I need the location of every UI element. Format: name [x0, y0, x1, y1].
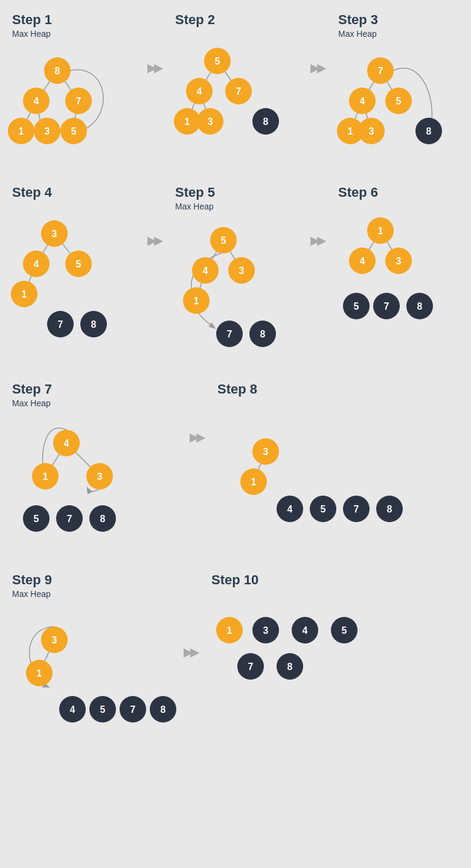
svg-text:5: 5 [342, 625, 347, 636]
svg-text:1: 1 [251, 477, 257, 487]
svg-text:8: 8 [387, 504, 392, 514]
step-7-subtitle: Max Heap [12, 398, 51, 408]
step-10-block: Step 10 1 3 4 5 7 8 [205, 572, 465, 735]
svg-text:4: 4 [64, 438, 69, 448]
step-3-tree: 7 4 5 1 3 8 [332, 43, 465, 167]
svg-text:4: 4 [203, 266, 208, 276]
svg-text:8: 8 [91, 319, 97, 330]
step-7-title: Step 7 [12, 381, 52, 397]
svg-text:7: 7 [236, 86, 242, 97]
svg-text:1: 1 [22, 289, 27, 299]
step-1-subtitle: Max Heap [12, 29, 51, 39]
svg-text:4: 4 [70, 704, 75, 715]
svg-text:8: 8 [426, 126, 432, 136]
step-7-block: Step 7 Max Heap 4 [6, 381, 181, 554]
svg-text:3: 3 [52, 635, 57, 645]
svg-text:5: 5 [321, 504, 326, 514]
svg-text:7: 7 [378, 66, 383, 76]
svg-text:5: 5 [221, 235, 226, 246]
svg-text:3: 3 [52, 229, 57, 239]
step-5-tree: 5 4 3 1 7 8 [169, 216, 302, 363]
svg-text:3: 3 [239, 266, 245, 276]
row-2: Step 4 3 4 5 1 [6, 185, 465, 363]
step-4-block: Step 4 3 4 5 1 [6, 185, 139, 348]
row-4: Step 9 Max Heap 3 [6, 572, 465, 745]
svg-text:1: 1 [185, 116, 190, 127]
svg-text:8: 8 [417, 301, 423, 311]
step-3-block: Step 3 Max Heap [332, 12, 465, 167]
svg-text:7: 7 [384, 301, 389, 311]
step-9-block: Step 9 Max Heap 3 [6, 572, 175, 745]
svg-text:3: 3 [97, 471, 103, 482]
arrow-1-2: ▶▶ [139, 12, 169, 75]
svg-text:1: 1 [37, 668, 42, 678]
step-6-title: Step 6 [338, 185, 378, 200]
svg-text:3: 3 [396, 256, 402, 266]
svg-text:7: 7 [248, 662, 254, 672]
svg-text:7: 7 [354, 504, 359, 514]
step-10-tree: 1 3 4 5 7 8 [205, 594, 465, 735]
step-5-title: Step 5 [175, 185, 215, 200]
svg-text:7: 7 [67, 514, 72, 524]
step-10-title: Step 10 [211, 572, 258, 588]
svg-text:5: 5 [34, 514, 39, 524]
svg-text:5: 5 [396, 96, 402, 106]
step-6-block: Step 6 1 4 3 5 7 [332, 185, 465, 348]
arrow-9-10: ▶▶ [175, 572, 205, 659]
svg-text:5: 5 [354, 301, 359, 311]
svg-text:4: 4 [360, 256, 365, 266]
step-3-subtitle: Max Heap [338, 29, 377, 39]
svg-text:8: 8 [55, 66, 60, 76]
svg-text:3: 3 [263, 447, 269, 457]
arrow-7-8: ▶▶ [181, 381, 211, 444]
step-7-tree: 4 1 3 5 7 8 [6, 413, 181, 554]
svg-text:1: 1 [378, 226, 383, 236]
svg-text:4: 4 [360, 96, 365, 106]
svg-text:8: 8 [161, 704, 166, 715]
svg-text:4: 4 [34, 259, 39, 269]
svg-text:5: 5 [76, 259, 82, 269]
row-1: Step 1 Max Heap [6, 12, 465, 167]
step-9-tree: 3 1 4 5 7 8 [6, 604, 175, 745]
svg-text:1: 1 [194, 296, 199, 306]
svg-text:4: 4 [287, 504, 293, 514]
svg-text:1: 1 [19, 126, 24, 136]
page: Step 1 Max Heap [0, 0, 471, 757]
svg-text:8: 8 [263, 116, 269, 127]
svg-text:8: 8 [287, 662, 293, 672]
step-8-tree: 3 1 4 5 7 8 [211, 403, 465, 544]
svg-text:3: 3 [45, 126, 50, 136]
svg-text:1: 1 [227, 625, 232, 636]
step-2-tree: 5 4 7 1 3 8 [169, 34, 302, 157]
step-5-block: Step 5 Max Heap [169, 185, 302, 363]
svg-text:4: 4 [34, 96, 39, 106]
svg-text:8: 8 [260, 329, 266, 339]
svg-text:3: 3 [263, 625, 269, 636]
step-3-title: Step 3 [338, 12, 378, 28]
svg-text:4: 4 [197, 86, 202, 97]
step-4-title: Step 4 [12, 185, 52, 200]
arrow-5-6: ▶▶ [302, 185, 332, 247]
svg-text:5: 5 [100, 704, 106, 715]
step-8-block: Step 8 3 1 4 5 7 [211, 381, 465, 544]
step-9-subtitle: Max Heap [12, 589, 51, 599]
step-1-title: Step 1 [12, 12, 52, 28]
step-2-block: Step 2 5 4 7 1 [169, 12, 302, 157]
step-9-title: Step 9 [12, 572, 52, 588]
svg-text:3: 3 [369, 126, 374, 136]
step-1-tree: 8 4 7 1 3 5 [6, 43, 139, 167]
svg-text:7: 7 [227, 329, 232, 339]
svg-text:7: 7 [76, 96, 82, 106]
svg-text:1: 1 [43, 471, 48, 482]
step-6-tree: 1 4 3 5 7 8 [332, 206, 465, 348]
step-5-subtitle: Max Heap [175, 202, 214, 211]
svg-text:8: 8 [100, 514, 106, 524]
svg-text:1: 1 [348, 126, 353, 136]
arrow-2-3: ▶▶ [302, 12, 332, 75]
step-8-title: Step 8 [217, 381, 257, 397]
step-1-block: Step 1 Max Heap [6, 12, 139, 167]
step-2-title: Step 2 [175, 12, 215, 28]
svg-text:3: 3 [208, 116, 213, 127]
row-3: Step 7 Max Heap 4 [6, 381, 465, 554]
svg-text:5: 5 [215, 56, 220, 66]
